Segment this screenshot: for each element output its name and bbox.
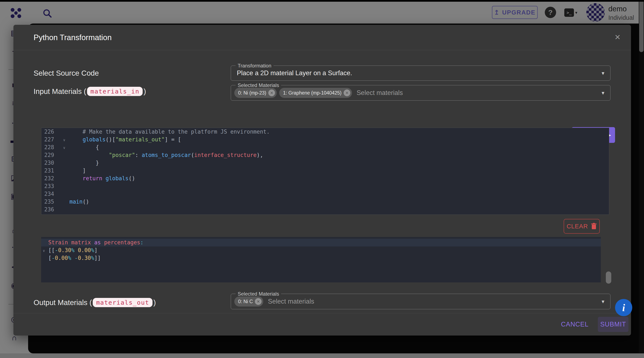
line-number: 235 bbox=[44, 198, 54, 206]
chevron-down-icon[interactable]: ▾ bbox=[602, 294, 604, 309]
input-materials-select[interactable]: Selected Materials 0: Ni (mp-23)×1: Grap… bbox=[231, 85, 610, 101]
line-number: 226 bbox=[44, 128, 54, 136]
fold-caret-icon[interactable]: ∨ bbox=[63, 144, 65, 152]
code-line[interactable]: 232 return globals() bbox=[41, 174, 609, 182]
console-line: [-0.00% -0.30%]] bbox=[41, 254, 601, 262]
material-chip-label: 1: Graphene (mp-1040425) bbox=[283, 90, 342, 96]
screen: ↥ UPGRADE ? >_ ▾ demo Individual ▤+■≡∴▬⊞… bbox=[0, 0, 644, 358]
chevron-down-icon[interactable]: ▾ bbox=[602, 85, 604, 100]
code-line[interactable]: 228∨ { bbox=[41, 143, 609, 151]
code-line[interactable]: 230 } bbox=[41, 159, 609, 167]
line-number: 230 bbox=[44, 159, 54, 167]
transformation-value: Place a 2D material Layer on a Surface. bbox=[237, 66, 352, 80]
select-materials-placeholder[interactable]: Select materials bbox=[268, 298, 314, 305]
chip-delete-icon[interactable]: × bbox=[255, 298, 262, 305]
fold-caret-icon[interactable]: ∨ bbox=[63, 136, 65, 144]
python-transformation-dialog: Python Transformation × Select Source Co… bbox=[14, 25, 631, 335]
line-number: 234 bbox=[44, 190, 54, 198]
materials-out-code-chip: materials_out bbox=[93, 298, 152, 307]
code-line[interactable]: 227∨ globals()["materials_out"] = [ bbox=[41, 136, 609, 143]
title-divider bbox=[14, 50, 631, 50]
line-number: 229 bbox=[44, 151, 54, 159]
line-number: 233 bbox=[44, 182, 54, 190]
materials-in-code-chip: materials_in bbox=[87, 87, 143, 96]
code-line[interactable]: 234 bbox=[41, 190, 609, 198]
chevron-down-icon[interactable]: ▾ bbox=[602, 66, 604, 80]
trash-icon bbox=[591, 223, 597, 230]
code-line[interactable]: 233 bbox=[41, 182, 609, 190]
close-icon[interactable]: × bbox=[611, 31, 624, 43]
select-source-code-label: Select Source Code bbox=[34, 69, 99, 77]
console-line: Strain matrix as percentages: bbox=[41, 239, 601, 246]
material-chip[interactable]: 1: Graphene (mp-1040425)× bbox=[279, 88, 352, 98]
chip-delete-icon[interactable]: × bbox=[344, 90, 350, 96]
code-line[interactable]: 226 # Make the data available to the pla… bbox=[41, 128, 609, 136]
output-console[interactable]: Strain matrix as percentages:∨[[-0.30% 0… bbox=[41, 237, 601, 282]
dialog-title: Python Transformation bbox=[34, 33, 112, 42]
output-materials-select[interactable]: Selected Materials 0: Ni C×Select materi… bbox=[231, 294, 610, 309]
code-editor[interactable]: 226 # Make the data available to the pla… bbox=[41, 128, 609, 215]
line-number: 228 bbox=[44, 143, 54, 151]
transformation-select[interactable]: Transformation Place a 2D material Layer… bbox=[231, 66, 610, 81]
line-number: 231 bbox=[44, 167, 54, 174]
code-line[interactable]: 229 "poscar": atoms_to_poscar(interface_… bbox=[41, 151, 609, 159]
info-button[interactable]: i bbox=[615, 299, 632, 316]
footer-divider bbox=[14, 313, 631, 313]
output-materials-label: Output Materials ( materials_out ) bbox=[34, 298, 156, 307]
input-materials-label: Input Materials ( materials_in ) bbox=[34, 87, 146, 96]
line-number: 227 bbox=[44, 136, 54, 143]
submit-button[interactable]: SUBMIT bbox=[598, 317, 628, 332]
material-chip-label: 0: Ni (mp-23) bbox=[238, 90, 266, 96]
material-chip[interactable]: 0: Ni C× bbox=[234, 296, 263, 306]
console-scrollbar-thumb[interactable] bbox=[606, 271, 611, 284]
console-line: ∨[[-0.30% 0.00%] bbox=[41, 246, 601, 254]
chip-delete-icon[interactable]: × bbox=[268, 90, 275, 96]
line-number: 232 bbox=[44, 174, 54, 182]
code-line[interactable]: 231 ] bbox=[41, 167, 609, 174]
material-chip-label: 0: Ni C bbox=[238, 299, 253, 304]
code-line[interactable]: 235main() bbox=[41, 198, 609, 206]
clear-button[interactable]: CLEAR bbox=[564, 219, 600, 234]
select-materials-placeholder[interactable]: Select materials bbox=[356, 89, 403, 97]
cancel-button[interactable]: CANCEL bbox=[558, 317, 592, 332]
code-line[interactable]: 236 bbox=[41, 206, 609, 214]
line-number: 236 bbox=[44, 206, 54, 214]
material-chip[interactable]: 0: Ni (mp-23)× bbox=[234, 88, 277, 98]
fold-caret-icon[interactable]: ∨ bbox=[43, 247, 45, 255]
info-icon: i bbox=[622, 302, 625, 313]
